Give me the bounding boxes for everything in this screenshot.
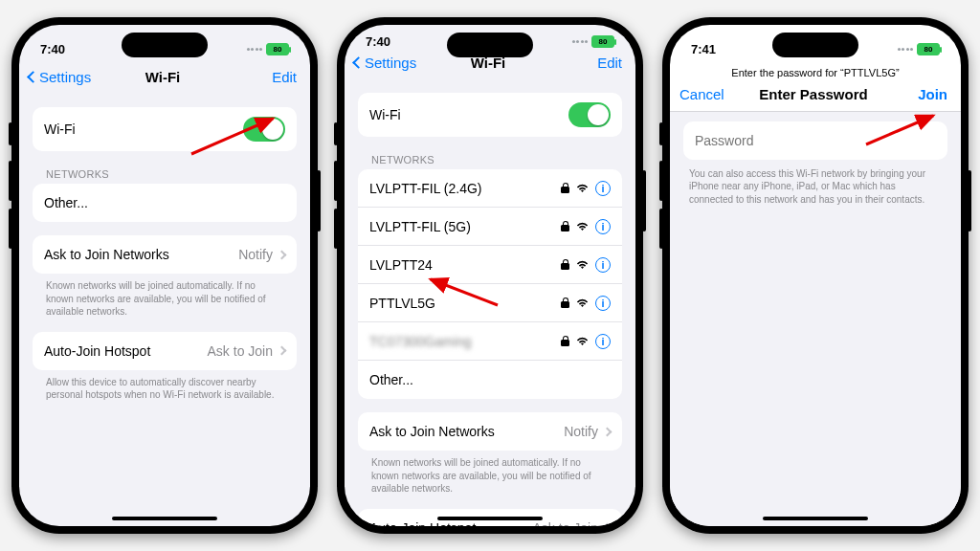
networks-header: NETWORKS [33,165,297,184]
chevron-right-icon [278,346,287,356]
wifi-toggle[interactable] [243,117,285,142]
auto-footer: Allow this device to automatically disco… [33,370,297,402]
network-name: LVLPTT24 [369,257,433,273]
info-icon[interactable]: i [595,257,611,273]
battery-icon: 80 [917,43,940,55]
dynamic-island [122,33,208,57]
status-time: 7:41 [691,42,716,56]
auto-hotspot-row[interactable]: Auto-Join Hotspot Ask to Join [33,332,297,370]
chevron-left-icon [352,56,365,69]
wifi-icon [576,260,589,270]
network-row[interactable]: LVLPTT24i [358,246,622,284]
ask-to-join-row[interactable]: Ask to Join Networks Notify [358,412,622,451]
info-icon[interactable]: i [595,334,611,349]
network-name: PTTLVL5G [369,296,435,311]
network-name: TC07300Gaming [369,334,472,349]
wifi-toggle-row: Wi-Fi [33,107,297,151]
password-input[interactable] [683,121,947,160]
edit-button[interactable]: Edit [555,55,622,71]
wifi-toggle-row: Wi-Fi [358,93,622,137]
navbar: Settings Wi-Fi Edit [19,63,310,94]
ask-to-join-row[interactable]: Ask to Join Networks Notify [33,235,297,274]
ask-value: Notify [238,247,273,262]
battery-icon: 80 [266,43,289,55]
auto-label: Auto-Join Hotspot [44,343,150,359]
back-label: Settings [365,55,416,71]
other-label: Other... [369,372,413,387]
lock-icon [561,183,569,193]
ask-footer: Known networks will be joined automatica… [358,451,622,496]
lock-icon [561,336,569,346]
back-button[interactable]: Settings [354,55,421,71]
chevron-left-icon [27,71,39,83]
network-name: LVLPTT-FIL (5G) [369,219,471,234]
wifi-icon [576,222,589,231]
wifi-label: Wi-Fi [369,107,401,122]
home-indicator [763,517,868,520]
join-button[interactable]: Join [880,86,947,102]
phone-3: 7:41 80 Enter the password for “PTTLVL5G… [662,17,969,534]
ask-value: Notify [564,424,598,439]
navbar: Cancel Enter Password Join [670,86,961,111]
home-indicator [437,517,543,520]
network-row[interactable]: LVLPTT-FIL (2.4G)i [358,169,622,208]
wifi-icon [576,337,589,346]
wifi-label: Wi-Fi [44,121,76,137]
status-time: 7:40 [366,34,390,49]
info-icon[interactable]: i [595,296,611,311]
cell-dots-icon [247,48,263,51]
status-time: 7:40 [40,42,65,56]
info-icon[interactable]: i [595,181,611,196]
lock-icon [561,259,569,270]
cancel-button[interactable]: Cancel [679,86,746,102]
network-name: LVLPTT-FIL (2.4G) [369,181,481,196]
network-row[interactable]: TC07300Gamingi [358,322,622,361]
auto-value: Ask to Join [208,343,273,359]
cell-dots-icon [572,40,589,43]
auto-label: Auto-Join Hotspot [369,520,476,527]
network-row[interactable]: LVLPTT-FIL (5G)i [358,208,622,246]
back-label: Settings [39,69,91,85]
phone-1: 7:40 80 Settings Wi-Fi Edit Wi-Fi NET [11,17,318,534]
networks-header: NETWORKS [358,150,622,169]
chevron-right-icon [603,427,612,436]
wifi-icon [576,298,589,308]
home-indicator [112,517,217,520]
ask-footer: Known networks will be joined automatica… [33,274,297,319]
ask-label: Ask to Join Networks [369,424,495,439]
back-button[interactable]: Settings [29,69,96,85]
edit-button[interactable]: Edit [230,69,297,85]
other-network-row[interactable]: Other... [33,184,297,222]
auto-value: Ask to Join [533,520,598,527]
phone-2: 7:40 80 Settings Wi-Fi Edit Wi-Fi NET [337,17,643,534]
other-label: Other... [44,195,88,210]
password-help: You can also access this Wi-Fi network b… [670,160,961,207]
dynamic-island [772,33,858,57]
battery-icon: 80 [591,35,614,48]
cell-dots-icon [898,48,914,51]
wifi-icon [576,184,589,193]
chevron-right-icon [278,250,287,259]
lock-icon [561,298,569,308]
ask-label: Ask to Join Networks [44,247,169,262]
page-title: Enter Password [759,86,867,102]
lock-icon [561,221,569,231]
other-network-row[interactable]: Other... [358,361,622,399]
network-row[interactable]: PTTLVL5Gi [358,284,622,322]
dynamic-island [447,33,533,57]
password-subhead: Enter the password for “PTTLVL5G” [670,63,961,86]
info-icon[interactable]: i [595,219,611,234]
chevron-right-icon [603,523,612,526]
page-title: Wi-Fi [145,69,181,85]
wifi-toggle[interactable] [568,102,611,127]
